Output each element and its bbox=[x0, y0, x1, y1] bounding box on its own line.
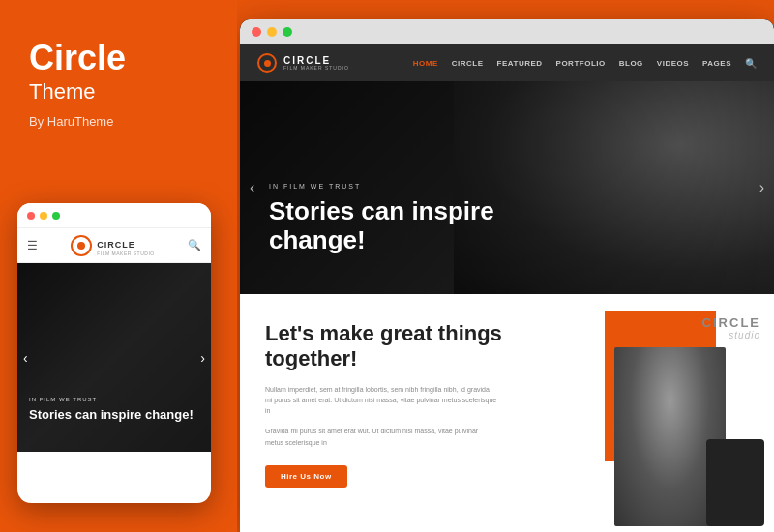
site-hero-heading: Stories can inspire change! bbox=[269, 197, 540, 255]
mobile-logo-text: CIRCLE bbox=[97, 240, 135, 250]
circle-studio-main: CIRCLE bbox=[702, 315, 760, 330]
hero-next-arrow[interactable]: › bbox=[759, 179, 764, 196]
mobile-logo-sub: FILM MAKER STUDIO bbox=[97, 251, 154, 256]
nav-videos[interactable]: VIDEOS bbox=[657, 59, 689, 68]
site-logo-text-wrap: CIRCLE FILM MAKER STUDIO bbox=[283, 56, 349, 71]
site-logo-inner bbox=[264, 60, 271, 67]
site-nav: HOME CIRCLE FEATURED PORTFOLIO BLOG VIDE… bbox=[413, 58, 757, 69]
site-bottom-text2: Gravida mi purus sit amet erat wut. Ut d… bbox=[265, 426, 497, 447]
theme-subtitle: Theme bbox=[29, 79, 208, 104]
mobile-hero: IN FILM WE TRUST Stories can inspire cha… bbox=[17, 263, 211, 452]
site-logo: CIRCLE FILM MAKER STUDIO bbox=[257, 53, 349, 73]
circle-studio-sub: studio bbox=[702, 330, 760, 340]
mobile-top-bar bbox=[17, 203, 211, 228]
desktop-top-bar bbox=[240, 19, 774, 44]
site-bottom-right: CIRCLE studio bbox=[561, 294, 774, 526]
desktop-dot-red bbox=[252, 27, 261, 37]
nav-home[interactable]: HOME bbox=[413, 59, 438, 68]
site-bottom-text1: Nullam imperdiet, sem at fringilla lobor… bbox=[265, 384, 497, 417]
theme-title: Circle bbox=[29, 39, 208, 77]
mobile-next-arrow[interactable]: › bbox=[200, 350, 205, 366]
desktop-dot-yellow bbox=[267, 27, 277, 37]
theme-title-block: Circle Theme By HaruTheme bbox=[29, 39, 208, 129]
mobile-logo-text-block: CIRCLE FILM MAKER STUDIO bbox=[97, 234, 154, 256]
desktop-mockup: CIRCLE FILM MAKER STUDIO HOME CIRCLE FEA… bbox=[240, 19, 774, 532]
mobile-dot-yellow bbox=[40, 212, 47, 220]
mobile-logo-icon bbox=[71, 235, 92, 256]
mobile-nav-logo: CIRCLE FILM MAKER STUDIO bbox=[71, 234, 154, 256]
nav-blog[interactable]: BLOG bbox=[619, 59, 643, 68]
nav-featured[interactable]: FEATURED bbox=[497, 59, 543, 68]
nav-search-icon[interactable]: 🔍 bbox=[745, 58, 757, 69]
nav-portfolio[interactable]: PORTFOLIO bbox=[556, 59, 606, 68]
site-logo-tagline: FILM MAKER STUDIO bbox=[283, 66, 349, 71]
site-hero: IN FILM WE TRUST Stories can inspire cha… bbox=[240, 81, 774, 294]
mobile-search-icon[interactable]: 🔍 bbox=[188, 239, 201, 251]
site-bottom-camera-prop bbox=[706, 439, 764, 526]
by-line: By HaruTheme bbox=[29, 114, 208, 129]
desktop-content: CIRCLE FILM MAKER STUDIO HOME CIRCLE FEA… bbox=[240, 44, 774, 532]
hire-us-button[interactable]: Hire Us Now bbox=[265, 465, 347, 488]
mobile-hero-overlay bbox=[17, 263, 211, 452]
nav-pages[interactable]: PAGES bbox=[702, 59, 731, 68]
mobile-hamburger-icon[interactable]: ☰ bbox=[27, 239, 38, 252]
site-logo-main: CIRCLE bbox=[283, 56, 349, 66]
site-bottom-heading: Let's make great things together! bbox=[265, 321, 536, 372]
mobile-dot-red bbox=[27, 212, 35, 220]
site-hero-content: IN FILM WE TRUST Stories can inspire cha… bbox=[269, 183, 540, 255]
mobile-hero-tagline: IN FILM WE TRUST bbox=[29, 397, 199, 402]
site-bottom: Let's make great things together! Nullam… bbox=[240, 294, 774, 526]
mobile-prev-arrow[interactable]: ‹ bbox=[23, 350, 28, 366]
mobile-mockup: ☰ CIRCLE FILM MAKER STUDIO 🔍 IN FILM WE … bbox=[17, 203, 211, 503]
mobile-dot-green bbox=[52, 212, 60, 220]
desktop-dot-green bbox=[283, 27, 292, 37]
nav-circle[interactable]: CIRCLE bbox=[452, 59, 484, 68]
mobile-hero-content: IN FILM WE TRUST Stories can inspire cha… bbox=[29, 397, 199, 423]
site-hero-tagline: IN FILM WE TRUST bbox=[269, 183, 540, 190]
mobile-hero-heading: Stories can inspire change! bbox=[29, 407, 199, 423]
site-header: CIRCLE FILM MAKER STUDIO HOME CIRCLE FEA… bbox=[240, 44, 774, 81]
hero-prev-arrow[interactable]: ‹ bbox=[250, 179, 254, 196]
mobile-nav: ☰ CIRCLE FILM MAKER STUDIO 🔍 bbox=[17, 228, 211, 263]
circle-studio-label: CIRCLE studio bbox=[702, 315, 760, 340]
site-logo-icon bbox=[257, 53, 277, 73]
mobile-logo-inner bbox=[77, 242, 85, 250]
site-bottom-left: Let's make great things together! Nullam… bbox=[240, 294, 561, 526]
